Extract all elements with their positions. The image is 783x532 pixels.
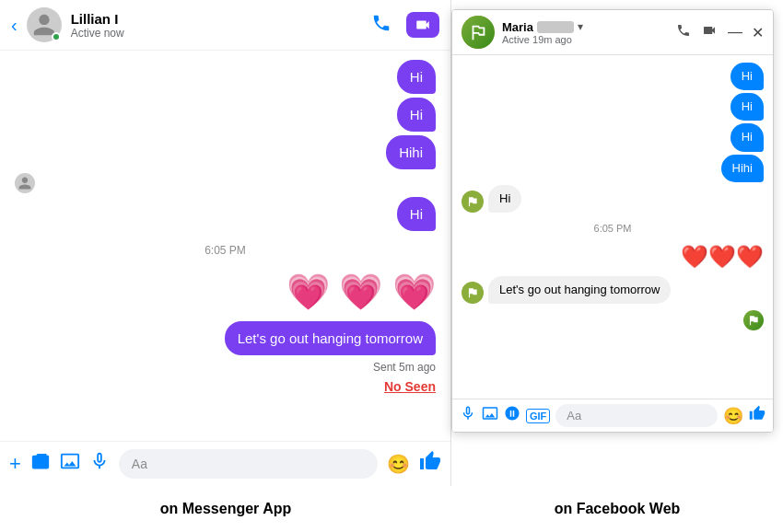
avatar-container <box>27 7 62 42</box>
fb-dropdown-icon[interactable]: ▾ <box>578 20 583 33</box>
fb-name-blurred <box>537 21 574 33</box>
facebook-panel: Maria ▾ Active 19m ago <box>451 0 783 486</box>
fb-message-received: Hi <box>488 185 521 213</box>
mountain-icon-small <box>747 314 760 327</box>
fb-avatar <box>462 16 495 49</box>
header-info: Lillian I Active now <box>71 11 371 40</box>
outgoing-message: Let's go out hanging tomorrow <box>225 321 436 355</box>
message-bubble: Hi <box>397 60 436 94</box>
messenger-panel: ‹ Lillian I Active now <box>0 0 451 486</box>
fb-msg-row: Hi <box>462 93 764 121</box>
mountain-icon <box>468 22 488 42</box>
messenger-header: ‹ Lillian I Active now <box>0 0 450 51</box>
fb-header-info: Maria ▾ Active 19m ago <box>502 20 674 45</box>
fb-messages: Hi Hi Hi Hihi Hi <box>452 55 773 399</box>
fb-timestamp: 6:05 PM <box>462 223 764 234</box>
phone-button[interactable] <box>371 13 392 38</box>
message-input[interactable]: Aa <box>119 449 378 479</box>
timestamp: 6:05 PM <box>15 244 436 257</box>
msg-row-received <box>15 173 436 193</box>
fb-sender-avatar <box>743 310 764 330</box>
fb-msg-row: Hi <box>462 123 764 151</box>
contact-name: Lillian I <box>71 11 371 27</box>
footer-labels: on Messenger App on Facebook Web <box>0 486 783 532</box>
fb-outgoing-row: Let's go out hanging tomorrow <box>462 276 764 304</box>
small-avatar <box>15 173 35 193</box>
fb-like-button[interactable] <box>749 405 765 426</box>
fb-header-actions: — ✕ <box>674 21 764 43</box>
fb-message-bubble: Hi <box>730 93 764 121</box>
footer-right-label: on Facebook Web <box>451 501 783 517</box>
header-actions <box>371 12 439 38</box>
fb-minimize-button[interactable]: — <box>726 22 744 42</box>
fb-small-avatar <box>462 191 484 213</box>
fb-message-bubble: Hi <box>730 123 764 151</box>
messenger-messages: Hi Hi Hihi Hi 6:05 <box>0 51 450 441</box>
fb-photo-button[interactable] <box>482 405 498 426</box>
fb-message-bubble: Hi <box>730 63 764 90</box>
fb-outgoing-message: Let's go out hanging tomorrow <box>488 276 671 304</box>
fb-small-avatar-2 <box>462 282 484 304</box>
emoji-picker-button[interactable]: 😊 <box>387 453 410 475</box>
fb-emoji-reaction: ❤️❤️❤️ <box>462 244 764 270</box>
fb-gif-button[interactable]: GIF <box>526 409 550 423</box>
fb-header: Maria ▾ Active 19m ago <box>452 10 773 55</box>
fb-chat-window: Maria ▾ Active 19m ago <box>451 9 774 433</box>
active-indicator <box>52 32 61 41</box>
fb-sticker-button[interactable] <box>504 405 520 426</box>
camera-button[interactable] <box>30 451 51 477</box>
contact-status: Active now <box>71 27 371 40</box>
message-bubble: Hi <box>397 98 436 132</box>
fb-mic-button[interactable] <box>460 405 476 426</box>
fb-close-button[interactable]: ✕ <box>752 24 764 41</box>
messenger-input-bar: + Aa 😊 <box>0 441 450 486</box>
msg-row: Hi <box>15 197 436 231</box>
fb-input-bar: GIF Aa 😊 <box>452 399 773 432</box>
video-button[interactable] <box>406 12 439 38</box>
fb-msg-row-received: Hi <box>462 185 764 213</box>
fb-msg-row: Hi <box>462 63 764 90</box>
fb-input-placeholder: Aa <box>567 409 581 422</box>
msg-row: Hi <box>15 98 436 132</box>
message-bubble: Hi <box>397 197 436 231</box>
microphone-button[interactable] <box>89 451 110 477</box>
like-button[interactable] <box>419 450 441 478</box>
fb-message-bubble: Hihi <box>721 155 764 182</box>
msg-row: Hihi <box>15 135 436 169</box>
emoji-reaction: 💗 💗 💗 <box>15 272 436 312</box>
msg-row: Hi <box>15 60 436 94</box>
fb-message-input[interactable]: Aa <box>555 404 718 427</box>
msg-row-outgoing: Let's go out hanging tomorrow <box>15 321 436 355</box>
back-button[interactable]: ‹ <box>11 15 18 36</box>
add-button[interactable]: + <box>9 452 21 476</box>
message-bubble: Hihi <box>386 135 436 169</box>
fb-avatar-img <box>462 16 495 49</box>
fb-msg-row: Hihi <box>462 155 764 182</box>
fb-emoji-button[interactable]: 😊 <box>723 406 743 426</box>
photo-button[interactable] <box>60 451 80 477</box>
fb-video-button[interactable] <box>700 21 719 43</box>
fb-phone-button[interactable] <box>674 21 693 43</box>
input-placeholder: Aa <box>132 457 147 471</box>
fb-contact-status: Active 19m ago <box>502 34 674 45</box>
no-seen-label: No Seen <box>15 379 436 394</box>
sent-label: Sent 5m ago <box>15 361 436 374</box>
fb-contact-name: Maria <box>502 20 533 34</box>
footer-left-label: on Messenger App <box>0 501 451 517</box>
